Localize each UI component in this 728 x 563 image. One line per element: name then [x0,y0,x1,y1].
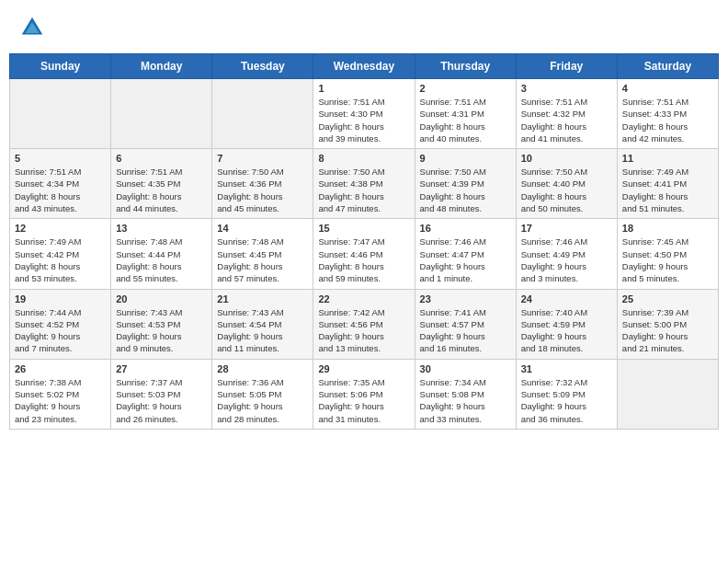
day-info: Sunrise: 7:46 AMSunset: 4:47 PMDaylight:… [420,236,511,284]
day-number: 29 [318,363,409,374]
calendar-cell: 14Sunrise: 7:48 AMSunset: 4:45 PMDayligh… [212,219,313,289]
day-number: 3 [521,83,612,94]
day-number: 15 [318,223,409,234]
calendar-cell: 15Sunrise: 7:47 AMSunset: 4:46 PMDayligh… [313,219,415,289]
calendar-cell: 20Sunrise: 7:43 AMSunset: 4:53 PMDayligh… [111,289,212,359]
day-info: Sunrise: 7:36 AMSunset: 5:05 PMDaylight:… [217,376,308,425]
day-info: Sunrise: 7:47 AMSunset: 4:46 PMDaylight:… [318,236,409,284]
calendar-cell: 13Sunrise: 7:48 AMSunset: 4:44 PMDayligh… [111,219,212,289]
day-info: Sunrise: 7:48 AMSunset: 4:44 PMDaylight:… [116,236,207,284]
day-info: Sunrise: 7:49 AMSunset: 4:41 PMDaylight:… [622,166,713,214]
day-number: 30 [420,363,511,374]
calendar-cell: 21Sunrise: 7:43 AMSunset: 4:54 PMDayligh… [212,289,313,359]
week-row-5: 26Sunrise: 7:38 AMSunset: 5:02 PMDayligh… [10,359,719,429]
calendar-cell: 27Sunrise: 7:37 AMSunset: 5:03 PMDayligh… [111,359,212,429]
calendar-cell: 1Sunrise: 7:51 AMSunset: 4:30 PMDaylight… [313,79,415,149]
weekday-header-wednesday: Wednesday [313,54,415,79]
day-info: Sunrise: 7:48 AMSunset: 4:45 PMDaylight:… [217,236,308,284]
week-row-4: 19Sunrise: 7:44 AMSunset: 4:52 PMDayligh… [10,289,719,359]
calendar-cell: 30Sunrise: 7:34 AMSunset: 5:08 PMDayligh… [415,359,516,429]
day-number: 4 [622,83,713,94]
calendar-cell: 24Sunrise: 7:40 AMSunset: 4:59 PMDayligh… [516,289,617,359]
day-info: Sunrise: 7:43 AMSunset: 4:53 PMDaylight:… [116,306,207,355]
day-number: 6 [116,153,207,164]
day-info: Sunrise: 7:40 AMSunset: 4:59 PMDaylight:… [521,306,612,355]
week-row-3: 12Sunrise: 7:49 AMSunset: 4:42 PMDayligh… [10,219,719,289]
calendar-cell: 23Sunrise: 7:41 AMSunset: 4:57 PMDayligh… [415,289,516,359]
calendar-cell: 28Sunrise: 7:36 AMSunset: 5:05 PMDayligh… [212,359,313,429]
calendar-cell: 10Sunrise: 7:50 AMSunset: 4:40 PMDayligh… [516,149,617,219]
calendar-cell [617,359,718,429]
calendar-cell: 8Sunrise: 7:50 AMSunset: 4:38 PMDaylight… [313,149,415,219]
calendar-cell: 2Sunrise: 7:51 AMSunset: 4:31 PMDaylight… [415,79,516,149]
day-number: 17 [521,223,612,234]
calendar-cell: 11Sunrise: 7:49 AMSunset: 4:41 PMDayligh… [617,149,718,219]
weekday-header-row: SundayMondayTuesdayWednesdayThursdayFrid… [10,54,719,79]
weekday-header-monday: Monday [111,54,212,79]
day-info: Sunrise: 7:51 AMSunset: 4:32 PMDaylight:… [521,96,612,144]
calendar-cell: 31Sunrise: 7:32 AMSunset: 5:09 PMDayligh… [516,359,617,429]
week-row-1: 1Sunrise: 7:51 AMSunset: 4:30 PMDaylight… [10,79,719,149]
logo [18,14,50,41]
day-number: 26 [15,363,106,374]
day-info: Sunrise: 7:42 AMSunset: 4:56 PMDaylight:… [318,306,409,355]
day-number: 7 [217,153,308,164]
day-number: 21 [217,293,308,304]
day-info: Sunrise: 7:43 AMSunset: 4:54 PMDaylight:… [217,306,308,355]
calendar-cell: 22Sunrise: 7:42 AMSunset: 4:56 PMDayligh… [313,289,415,359]
calendar-cell: 12Sunrise: 7:49 AMSunset: 4:42 PMDayligh… [10,219,111,289]
calendar-cell: 26Sunrise: 7:38 AMSunset: 5:02 PMDayligh… [10,359,111,429]
day-info: Sunrise: 7:34 AMSunset: 5:08 PMDaylight:… [420,376,511,425]
day-number: 8 [318,153,409,164]
day-number: 12 [15,223,106,234]
day-number: 19 [15,293,106,304]
calendar-cell: 7Sunrise: 7:50 AMSunset: 4:36 PMDaylight… [212,149,313,219]
day-number: 2 [420,83,511,94]
calendar-cell [212,79,313,149]
day-info: Sunrise: 7:38 AMSunset: 5:02 PMDaylight:… [15,376,106,425]
calendar-cell: 4Sunrise: 7:51 AMSunset: 4:33 PMDaylight… [617,79,718,149]
day-number: 13 [116,223,207,234]
day-number: 1 [318,83,409,94]
day-info: Sunrise: 7:51 AMSunset: 4:34 PMDaylight:… [15,166,106,214]
day-info: Sunrise: 7:41 AMSunset: 4:57 PMDaylight:… [420,306,511,355]
calendar-cell: 6Sunrise: 7:51 AMSunset: 4:35 PMDaylight… [111,149,212,219]
day-number: 28 [217,363,308,374]
calendar-cell: 17Sunrise: 7:46 AMSunset: 4:49 PMDayligh… [516,219,617,289]
week-row-2: 5Sunrise: 7:51 AMSunset: 4:34 PMDaylight… [10,149,719,219]
day-number: 27 [116,363,207,374]
day-info: Sunrise: 7:49 AMSunset: 4:42 PMDaylight:… [15,236,106,284]
calendar-cell: 18Sunrise: 7:45 AMSunset: 4:50 PMDayligh… [617,219,718,289]
calendar-cell: 3Sunrise: 7:51 AMSunset: 4:32 PMDaylight… [516,79,617,149]
calendar-cell: 16Sunrise: 7:46 AMSunset: 4:47 PMDayligh… [415,219,516,289]
day-info: Sunrise: 7:50 AMSunset: 4:38 PMDaylight:… [318,166,409,214]
day-number: 11 [622,153,713,164]
day-info: Sunrise: 7:51 AMSunset: 4:35 PMDaylight:… [116,166,207,214]
day-info: Sunrise: 7:39 AMSunset: 5:00 PMDaylight:… [622,306,713,355]
day-number: 18 [622,223,713,234]
day-number: 22 [318,293,409,304]
page-header [9,9,719,46]
day-number: 5 [15,153,106,164]
day-info: Sunrise: 7:46 AMSunset: 4:49 PMDaylight:… [521,236,612,284]
day-number: 20 [116,293,207,304]
day-info: Sunrise: 7:44 AMSunset: 4:52 PMDaylight:… [15,306,106,355]
day-number: 23 [420,293,511,304]
weekday-header-friday: Friday [516,54,617,79]
day-info: Sunrise: 7:51 AMSunset: 4:31 PMDaylight:… [420,96,511,144]
day-number: 16 [420,223,511,234]
day-number: 31 [521,363,612,374]
calendar-cell [111,79,212,149]
day-number: 10 [521,153,612,164]
calendar-cell [10,79,111,149]
weekday-header-thursday: Thursday [415,54,516,79]
logo-icon [18,14,46,41]
calendar-cell: 9Sunrise: 7:50 AMSunset: 4:39 PMDaylight… [415,149,516,219]
day-number: 9 [420,153,511,164]
day-info: Sunrise: 7:50 AMSunset: 4:36 PMDaylight:… [217,166,308,214]
day-info: Sunrise: 7:50 AMSunset: 4:40 PMDaylight:… [521,166,612,214]
day-info: Sunrise: 7:35 AMSunset: 5:06 PMDaylight:… [318,376,409,425]
day-number: 14 [217,223,308,234]
day-info: Sunrise: 7:50 AMSunset: 4:39 PMDaylight:… [420,166,511,214]
day-info: Sunrise: 7:51 AMSunset: 4:33 PMDaylight:… [622,96,713,144]
